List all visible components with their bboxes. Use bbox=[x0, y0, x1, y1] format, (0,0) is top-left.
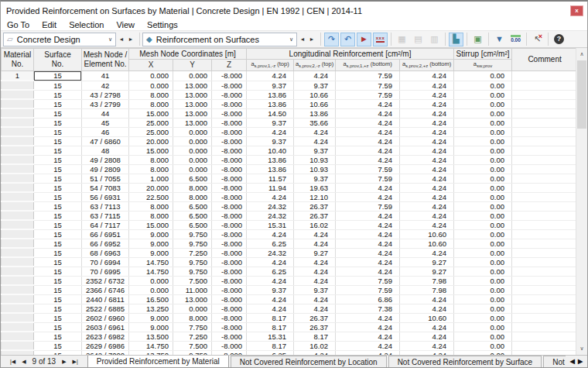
chevron-down-icon[interactable]: ∨ bbox=[289, 36, 293, 43]
cell[interactable]: 4.24 bbox=[400, 155, 454, 164]
cell[interactable] bbox=[512, 322, 578, 332]
cell[interactable] bbox=[512, 90, 578, 99]
cell[interactable]: 4.24 bbox=[336, 146, 400, 155]
cell[interactable]: 19.63 bbox=[294, 183, 336, 192]
cell[interactable]: 15 bbox=[34, 248, 82, 257]
cell[interactable]: 8.17 bbox=[247, 313, 294, 322]
cell[interactable]: 4.24 bbox=[247, 304, 294, 313]
cell[interactable] bbox=[512, 267, 578, 276]
cell[interactable]: -8.000 bbox=[212, 201, 247, 211]
cell[interactable]: -8.000 bbox=[212, 322, 247, 332]
cell[interactable]: 9.27 bbox=[400, 257, 454, 267]
cell[interactable]: -8.000 bbox=[212, 276, 247, 285]
cell[interactable]: 2440 / 6811 bbox=[82, 294, 129, 304]
cell[interactable]: 9.000 bbox=[129, 313, 173, 322]
cell[interactable]: 13.250 bbox=[129, 304, 173, 313]
cell[interactable]: 6.500 bbox=[173, 211, 212, 220]
cell[interactable]: 15 bbox=[34, 183, 82, 192]
cell[interactable]: -8.000 bbox=[212, 108, 247, 118]
cursor-delete-icon[interactable]: ↖ bbox=[530, 33, 545, 46]
cell[interactable]: -8.000 bbox=[212, 174, 247, 183]
tab-scroll-left-button[interactable]: ◀ bbox=[570, 358, 575, 365]
cell[interactable]: 4.24 bbox=[336, 257, 400, 267]
cell[interactable]: 8.17 bbox=[247, 322, 294, 332]
cell[interactable]: 7.59 bbox=[336, 71, 400, 81]
cell[interactable] bbox=[2, 257, 34, 267]
cell[interactable] bbox=[2, 341, 34, 350]
cell[interactable]: 4.24 bbox=[294, 71, 336, 81]
cell[interactable]: 4.24 bbox=[336, 229, 400, 239]
cell[interactable]: 0.00 bbox=[454, 108, 512, 118]
cell[interactable]: 4.24 bbox=[400, 332, 454, 341]
cell[interactable]: 13.86 bbox=[247, 164, 294, 174]
cell[interactable] bbox=[512, 229, 578, 239]
cell[interactable]: 0.000 bbox=[173, 146, 212, 155]
cell[interactable]: 7.59 bbox=[336, 164, 400, 174]
cell[interactable]: 7.38 bbox=[336, 304, 400, 313]
cell[interactable]: 15 bbox=[34, 81, 82, 90]
cell[interactable]: 13.000 bbox=[173, 99, 212, 108]
cell[interactable]: -8.000 bbox=[212, 146, 247, 155]
cell[interactable]: 9.750 bbox=[173, 239, 212, 248]
cell[interactable]: 46 bbox=[82, 127, 129, 136]
cell[interactable]: 8.000 bbox=[129, 155, 173, 164]
cell[interactable]: 6.86 bbox=[336, 294, 400, 304]
show-result-location-icon[interactable]: ► bbox=[357, 33, 371, 46]
next-result-button[interactable]: ► bbox=[307, 33, 316, 46]
cell[interactable] bbox=[512, 341, 578, 350]
cell[interactable] bbox=[2, 118, 34, 127]
cell[interactable] bbox=[512, 285, 578, 294]
cell[interactable] bbox=[512, 155, 578, 164]
cell[interactable]: 4.24 bbox=[336, 155, 400, 164]
cell[interactable]: 13.000 bbox=[173, 81, 212, 90]
cell[interactable] bbox=[512, 136, 578, 146]
cell[interactable]: -8.000 bbox=[212, 332, 247, 341]
cell[interactable] bbox=[512, 81, 578, 90]
cell[interactable]: 15 bbox=[34, 341, 82, 350]
cell[interactable]: 9.000 bbox=[129, 322, 173, 332]
cell[interactable]: 4.24 bbox=[400, 220, 454, 229]
cell[interactable]: 1 bbox=[2, 71, 34, 81]
cell[interactable]: 9.37 bbox=[247, 136, 294, 146]
cell[interactable]: 10.66 bbox=[294, 90, 336, 99]
cell[interactable]: 0.000 bbox=[173, 164, 212, 174]
cell[interactable]: 0.00 bbox=[454, 341, 512, 350]
print-icon[interactable]: ▣ bbox=[470, 33, 485, 46]
menu-settings[interactable]: Settings bbox=[147, 20, 178, 29]
cell[interactable]: 0.000 bbox=[129, 71, 173, 81]
cell[interactable]: 6.500 bbox=[173, 201, 212, 211]
cell[interactable] bbox=[2, 304, 34, 313]
cell[interactable]: 8.000 bbox=[173, 192, 212, 201]
cell[interactable]: 16.02 bbox=[294, 220, 336, 229]
cell[interactable]: 13.86 bbox=[247, 90, 294, 99]
cell[interactable] bbox=[512, 201, 578, 211]
cell[interactable] bbox=[2, 136, 34, 146]
cell[interactable]: 15 bbox=[34, 239, 82, 248]
cell[interactable]: 15 bbox=[34, 136, 82, 146]
tab-scroll-right-button[interactable]: ▶ bbox=[578, 358, 583, 365]
cell[interactable]: 8.000 bbox=[173, 313, 212, 322]
cell[interactable] bbox=[2, 322, 34, 332]
cell[interactable]: 54 / 7083 bbox=[82, 183, 129, 192]
cell[interactable]: 15 bbox=[34, 313, 82, 322]
cell[interactable]: 4.24 bbox=[336, 183, 400, 192]
cell[interactable]: 4.24 bbox=[400, 341, 454, 350]
cell[interactable]: 4.24 bbox=[294, 229, 336, 239]
vertical-scrollbar[interactable]: ∧ ∨ bbox=[576, 48, 587, 355]
cell[interactable] bbox=[512, 99, 578, 108]
cell[interactable]: 15.31 bbox=[247, 220, 294, 229]
cell[interactable] bbox=[2, 276, 34, 285]
cell[interactable]: -8.000 bbox=[212, 192, 247, 201]
cell[interactable]: 13.86 bbox=[247, 155, 294, 164]
cell[interactable]: 0.00 bbox=[454, 127, 512, 136]
cell[interactable]: 4.24 bbox=[336, 118, 400, 127]
cell[interactable]: 15 bbox=[34, 294, 82, 304]
cell[interactable] bbox=[2, 155, 34, 164]
cell[interactable] bbox=[2, 248, 34, 257]
cell[interactable]: 0.000 bbox=[129, 81, 173, 90]
cell[interactable]: 4.24 bbox=[336, 99, 400, 108]
cell[interactable]: 15 bbox=[34, 118, 82, 127]
next-case-button[interactable]: ► bbox=[126, 33, 135, 46]
cell[interactable]: 2352 / 6732 bbox=[82, 276, 129, 285]
cell[interactable]: 66 / 6952 bbox=[82, 239, 129, 248]
